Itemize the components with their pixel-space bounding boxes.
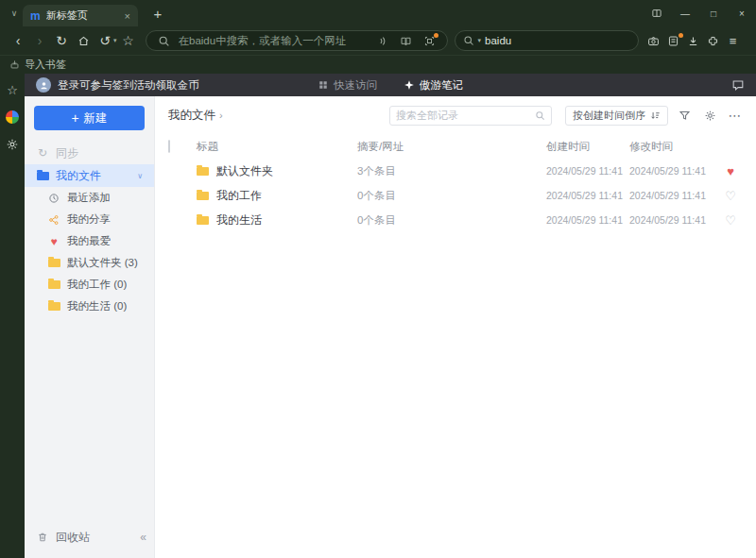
- collapse-sidebar-icon[interactable]: «: [140, 531, 146, 544]
- toolbar-right-icons: ≡: [644, 32, 743, 50]
- column-summary[interactable]: 摘要/网址: [357, 140, 546, 154]
- extensions-icon[interactable]: [703, 32, 723, 50]
- new-tab-button[interactable]: +: [147, 6, 168, 22]
- minimize-button[interactable]: —: [671, 0, 699, 26]
- tab-quick-access[interactable]: 快速访问: [318, 78, 377, 93]
- favorite-page-star-icon[interactable]: ☆: [118, 30, 139, 51]
- main-menu-icon[interactable]: ≡: [723, 32, 743, 50]
- row-modified: 2024/05/29 11:41: [629, 190, 716, 201]
- table-row[interactable]: 我的生活 0个条目 2024/05/29 11:41 2024/05/29 11…: [168, 208, 745, 232]
- tab-close-icon[interactable]: ×: [125, 10, 130, 22]
- more-options-icon[interactable]: ⋯: [726, 109, 745, 122]
- screenshot-icon[interactable]: [421, 32, 438, 50]
- row-summary: 3个条目: [357, 164, 546, 178]
- sidebar-item-sync[interactable]: ↻ 同步: [25, 142, 154, 164]
- page-header: 登录可参与签到活动领取金币 快速访问 傲游笔记: [25, 74, 756, 96]
- notes-sidebar: + 新建 ↻ 同步 我的文件 ∨ 最: [25, 96, 155, 558]
- trash-icon: [36, 532, 49, 543]
- reader-mode-icon[interactable]: [397, 32, 415, 50]
- camera-icon[interactable]: [644, 32, 663, 50]
- search-widget-input[interactable]: [485, 35, 630, 46]
- sidebar-item-default-folder[interactable]: 默认文件夹 (3): [25, 252, 154, 274]
- row-modified: 2024/05/29 11:41: [629, 165, 716, 177]
- sidebar-item-my-work[interactable]: 我的工作 (0): [25, 274, 154, 296]
- history-dropdown-icon[interactable]: ▾: [113, 37, 117, 44]
- heart-icon: ♥: [47, 236, 60, 247]
- content-area: ☆ 登录可参与签到活动领取金币 快速访问 傲游笔记: [0, 74, 756, 558]
- forward-button[interactable]: ›: [29, 30, 50, 51]
- browser-tab-new-tab[interactable]: m 新标签页 ×: [23, 5, 138, 26]
- table-header: 标题 摘要/网址 创建时间 修改时间: [168, 134, 745, 159]
- list-toolbar: 我的文件 › 按创建时间倒序: [168, 105, 745, 126]
- search-widget[interactable]: ▾: [455, 30, 640, 51]
- sidebar-item-my-shares[interactable]: 我的分享: [25, 209, 154, 230]
- column-modified[interactable]: 修改时间: [629, 140, 716, 154]
- table-row[interactable]: 我的工作 0个条目 2024/05/29 11:41 2024/05/29 11…: [168, 183, 745, 208]
- share-icon: [47, 214, 60, 226]
- search-icon: [535, 110, 545, 121]
- settings-gear-icon[interactable]: [700, 110, 719, 122]
- grid-icon: [318, 79, 329, 91]
- column-title[interactable]: 标题: [197, 140, 357, 154]
- new-note-label: 新建: [84, 110, 108, 127]
- tab-quick-access-label: 快速访问: [334, 78, 377, 93]
- sort-button[interactable]: 按创建时间倒序: [565, 106, 668, 126]
- back-button[interactable]: ‹: [8, 30, 28, 51]
- favorite-icon[interactable]: ♥: [716, 165, 745, 178]
- avatar[interactable]: [36, 77, 51, 93]
- tab-maxthon-notes[interactable]: 傲游笔记: [404, 78, 463, 93]
- undo-button[interactable]: ↺: [94, 30, 115, 51]
- login-area[interactable]: 登录可参与签到活动领取金币: [36, 77, 199, 93]
- download-icon[interactable]: [683, 32, 703, 50]
- split-screen-icon[interactable]: [643, 0, 671, 26]
- table-row[interactable]: 默认文件夹 3个条目 2024/05/29 11:41 2024/05/29 1…: [168, 159, 745, 183]
- search-engine-dropdown-icon[interactable]: ▾: [478, 37, 482, 44]
- read-aloud-icon[interactable]: [373, 32, 391, 50]
- home-button[interactable]: [73, 30, 94, 51]
- feedback-chat-icon[interactable]: [731, 78, 745, 92]
- new-note-button[interactable]: + 新建: [34, 106, 145, 130]
- select-all-checkbox[interactable]: [168, 140, 170, 153]
- filter-icon[interactable]: [675, 110, 694, 122]
- row-title: 我的生活: [216, 212, 262, 228]
- sidebar-item-my-files[interactable]: 我的文件 ∨: [25, 164, 154, 187]
- chevron-right-icon: ›: [219, 110, 223, 121]
- folder-icon: [48, 302, 60, 311]
- chevron-down-icon[interactable]: ∨: [137, 172, 143, 180]
- rail-notes-icon[interactable]: [5, 110, 20, 125]
- clock-icon: [47, 193, 60, 204]
- refresh-button[interactable]: ↻: [51, 30, 72, 51]
- maxthon-logo-icon: m: [30, 9, 41, 23]
- folder-icon: [197, 167, 209, 176]
- window-menu-chevron-icon[interactable]: ∨: [6, 8, 23, 18]
- records-search-input[interactable]: [396, 110, 531, 121]
- sidebar-item-recycle-bin[interactable]: 回收站: [25, 526, 140, 549]
- tab-maxthon-notes-label: 傲游笔记: [420, 78, 463, 93]
- import-bookmarks-icon: [9, 59, 20, 70]
- favorite-icon[interactable]: ♡: [716, 214, 745, 227]
- close-window-button[interactable]: ×: [728, 0, 756, 26]
- sidebar-item-recently-added[interactable]: 最近添加: [25, 187, 154, 209]
- pinwheel-logo-icon: [6, 110, 19, 124]
- rail-favorites-icon[interactable]: ☆: [5, 82, 20, 97]
- browser-toolbar: ‹ › ↻ ↺ ▾ ☆ ▾: [0, 26, 756, 55]
- address-bar[interactable]: [146, 30, 448, 51]
- row-created: 2024/05/29 11:41: [546, 214, 629, 226]
- address-input[interactable]: [179, 35, 368, 46]
- sidebar-item-my-favorites[interactable]: ♥ 我的最爱: [25, 230, 154, 252]
- folder-icon: [37, 172, 49, 180]
- records-search[interactable]: [389, 106, 552, 126]
- row-title: 我的工作: [216, 188, 262, 204]
- favorite-icon[interactable]: ♡: [716, 190, 745, 202]
- folder-icon: [197, 216, 209, 225]
- maxnote-icon[interactable]: [663, 32, 683, 50]
- rail-settings-gear-icon[interactable]: [5, 137, 20, 152]
- sidebar-item-my-life[interactable]: 我的生活 (0): [25, 296, 154, 317]
- row-summary: 0个条目: [357, 213, 546, 228]
- column-created[interactable]: 创建时间: [546, 140, 629, 154]
- import-bookmarks-button[interactable]: 导入书签: [9, 58, 66, 72]
- breadcrumb[interactable]: 我的文件 ›: [168, 108, 223, 124]
- maximize-button[interactable]: □: [699, 0, 728, 26]
- title-bar: ∨ m 新标签页 × + — □ ×: [0, 0, 756, 26]
- notes-main-panel: 我的文件 › 按创建时间倒序: [155, 96, 756, 558]
